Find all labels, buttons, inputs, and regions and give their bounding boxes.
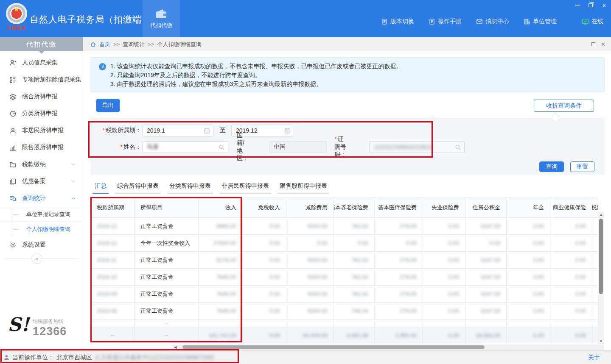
cell-value: 0.00 <box>423 252 465 269</box>
column-header: 基本养老保险费 <box>334 197 375 218</box>
info-icon: i <box>99 63 106 70</box>
cell-text: 9985.00 <box>216 223 236 229</box>
cell-value: 1547.00 <box>465 252 507 269</box>
cell-text: 798.24 <box>351 308 368 314</box>
id-input[interactable]: 110102199904223619 <box>369 141 465 153</box>
cell-text: 0.00 <box>575 240 586 246</box>
online-status[interactable]: 在线 <box>582 18 603 25</box>
query-button[interactable]: 查询 <box>539 161 564 172</box>
header-menu-label: 版本切换 <box>390 18 414 25</box>
sidebar-item[interactable]: 限售股所得申报 <box>0 139 83 156</box>
about-link[interactable]: 关于 <box>588 354 600 361</box>
cell-text: .. <box>165 320 168 325</box>
app-title: 自然人电子税务局（扣缴端） <box>30 14 151 25</box>
sidebar-item[interactable]: 分类所得申报 <box>0 105 83 122</box>
cell-income-item: .. <box>135 320 199 327</box>
tab[interactable]: 非居民所得申报表 <box>219 180 271 194</box>
header-menu-item[interactable]: 操作手册 <box>429 18 462 25</box>
sidebar-item[interactable]: 查询统计 <box>0 190 83 207</box>
period-from-input[interactable]: 2019.1 <box>142 125 213 136</box>
cell-value: 1547.00 <box>465 303 507 320</box>
cell-value <box>243 320 286 327</box>
reset-button[interactable]: 重置 <box>570 161 594 172</box>
name-label: *姓名： <box>95 143 141 151</box>
search-list-icon <box>9 195 17 202</box>
horizontal-scrollbar[interactable]: ◀ <box>172 345 604 350</box>
cell-text: 正常工资薪金 <box>140 273 174 281</box>
close-button[interactable]: × <box>601 2 608 8</box>
vertical-scroll-thumb[interactable] <box>599 219 603 294</box>
tab[interactable]: 分类所得申报表 <box>167 180 213 194</box>
cell-income-item: 正常工资薪金 <box>135 218 199 235</box>
cell-value: 5000.00 <box>286 286 334 303</box>
collapse-query-button[interactable]: 收折查询条件 <box>534 100 594 112</box>
tab[interactable]: 综合所得申报表 <box>115 180 161 194</box>
vertical-scrollbar[interactable]: ▲ ▼ <box>598 212 604 344</box>
breadcrumb-home[interactable]: 首页 <box>99 41 110 48</box>
header-menu-item[interactable]: 消息中心 <box>476 18 509 25</box>
search-icon[interactable] <box>455 144 461 150</box>
cell-value: 279.00 <box>375 269 423 286</box>
mail-icon <box>476 18 483 25</box>
header-menu-item[interactable]: 版本切换 <box>381 18 414 25</box>
horizontal-scroll-thumb[interactable] <box>182 345 485 349</box>
cell-value: 7645.00 <box>199 303 243 320</box>
cell-text: 全年一次性奖金收入 <box>140 239 190 247</box>
sidebar-item[interactable]: 人员信息采集 <box>0 54 83 71</box>
panel-restore-button[interactable] <box>591 42 595 46</box>
header-tab-daikou-daijiao[interactable]: 代扣代缴 <box>143 0 180 37</box>
table-row[interactable]: 2019-12全年一次性奖金收入27500.000.000.000.000.00… <box>91 235 598 252</box>
restore-button[interactable] <box>587 2 594 8</box>
cell-text: 18,564.00 <box>476 332 500 339</box>
tab[interactable]: 限售股所得申报表 <box>277 180 329 194</box>
id-value: 110102199904223619 <box>374 144 433 150</box>
sidebar-item[interactable]: 综合所得申报 <box>0 88 83 105</box>
calendar-icon[interactable] <box>204 128 210 134</box>
header-menu-label: 操作手册 <box>438 18 462 25</box>
cell-text: 0.00 <box>575 274 586 280</box>
export-button[interactable]: 导出 <box>96 99 120 112</box>
sidebar-item[interactable]: 优惠备案 <box>0 173 83 190</box>
sidebar-item[interactable]: 非居民所得申报 <box>0 122 83 139</box>
cell-text: 正常工资薪金 <box>140 307 174 315</box>
name-input[interactable]: 马某 <box>142 141 228 153</box>
status-bar: 当前操作单位：北京市西城区人力资源公共服务中心(1211010219968716… <box>0 350 611 364</box>
sidebar-item[interactable]: 专项附加扣除信息采集 <box>0 71 83 88</box>
calendar-icon[interactable] <box>284 128 291 134</box>
cell-text: 762.52 <box>351 257 368 263</box>
sidebar-subitem[interactable]: 个人扣缴明细查询 <box>0 222 83 236</box>
search-icon[interactable] <box>219 144 225 150</box>
column-header: 税款所属期 <box>91 197 135 218</box>
cell-text: 2019-12 <box>97 223 117 229</box>
sidebar-item[interactable]: 税款缴纳 <box>0 156 83 173</box>
cell-value <box>199 320 243 327</box>
sidebar-item[interactable]: 系统设置 <box>0 236 83 253</box>
table-row[interactable]: 2019-10正常工资薪金7645.000.005000.00762.52279… <box>91 269 598 286</box>
total-period: -- <box>91 327 135 343</box>
cell-text: 279.00 <box>400 274 417 280</box>
current-unit-visible: 北京市西城区 <box>56 354 92 361</box>
hotline-icon: S! <box>8 316 29 333</box>
cell-period: 2019-08 <box>91 303 135 320</box>
user-icon <box>3 354 10 361</box>
table-row[interactable]: 2019-12正常工资薪金9985.000.005000.00762.52279… <box>91 218 598 235</box>
table-row[interactable]: 2019-11正常工资薪金9178.000.005000.00762.52279… <box>91 252 598 269</box>
scroll-left-arrow[interactable]: ◀ <box>174 345 177 350</box>
chart-icon <box>9 144 17 151</box>
header-menu-item[interactable]: 单位管理 <box>524 18 557 25</box>
cell-text: 税款所属期 <box>97 204 124 211</box>
scroll-down-arrow[interactable]: ▼ <box>598 339 604 343</box>
sidebar-collapse-button[interactable]: « <box>31 253 42 264</box>
sidebar-subitem[interactable]: 单位申报记录查询 <box>0 207 83 222</box>
scroll-up-arrow[interactable]: ▲ <box>598 213 604 217</box>
cell-text: 0.00 <box>575 332 586 339</box>
table-row[interactable]: 2019-08正常工资薪金7645.000.005000.00798.24279… <box>91 303 598 320</box>
cell-text: 5000.00 <box>308 291 328 297</box>
result-tabs: 汇总综合所得申报表分类所得申报表非居民所得申报表限售股所得申报表 <box>92 180 329 194</box>
column-header: 年金 <box>507 197 550 218</box>
tab[interactable]: 汇总 <box>92 180 109 194</box>
table-row[interactable]: 2019-09正常工资薪金7645.000.005000.00762.52279… <box>91 286 598 303</box>
minimize-button[interactable] <box>574 2 580 8</box>
panel-close-button[interactable]: × <box>601 41 605 48</box>
cell-value: 5000.00 <box>286 269 334 286</box>
